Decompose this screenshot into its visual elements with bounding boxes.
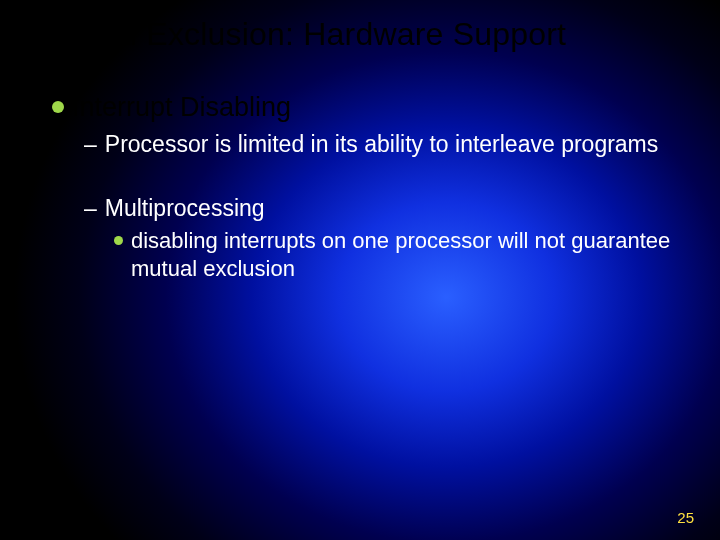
- bullet-level3-text: disabling interrupts on one processor wi…: [131, 227, 680, 283]
- dash-icon: –: [84, 193, 97, 223]
- bullet-icon: [114, 236, 123, 245]
- page-number: 25: [677, 509, 694, 526]
- bullet-level2: – Processor is limited in its ability to…: [84, 129, 680, 159]
- spacer: [52, 163, 680, 191]
- bullet-level1-text: Interrupt Disabling: [72, 92, 291, 123]
- dash-icon: –: [84, 129, 97, 159]
- bullet-level2: – Multiprocessing: [84, 193, 680, 223]
- bullet-level2-text: Processor is limited in its ability to i…: [105, 129, 658, 159]
- bullet-level1: Interrupt Disabling: [52, 92, 680, 123]
- bullet-level2-text: Multiprocessing: [105, 193, 265, 223]
- bullet-icon: [52, 101, 64, 113]
- slide: Mutual Exclusion: Hardware Support Inter…: [0, 0, 720, 540]
- slide-body: Interrupt Disabling – Processor is limit…: [52, 92, 680, 283]
- slide-title: Mutual Exclusion: Hardware Support: [40, 16, 700, 53]
- bullet-level3: disabling interrupts on one processor wi…: [114, 227, 680, 283]
